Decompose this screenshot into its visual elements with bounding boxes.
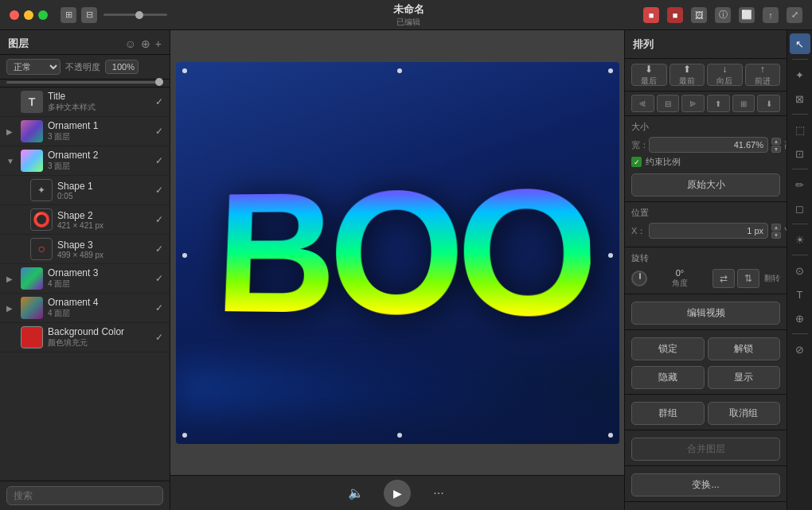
canvas-frame[interactable]: BOO [170, 30, 624, 475]
settings-tool-button[interactable]: ⊘ [790, 339, 810, 360]
expand-icon[interactable]: ▶ [6, 274, 16, 283]
width-input[interactable] [649, 137, 768, 153]
expand-icon[interactable]: ▼ [6, 157, 16, 165]
arrange-panel-title: 排列 [633, 38, 654, 50]
volume-button[interactable]: 🔈 [344, 481, 368, 505]
hide-button[interactable]: 隐藏 [631, 366, 705, 389]
transform-button[interactable]: 变换... [631, 473, 780, 496]
rotation-dial[interactable] [631, 271, 647, 286]
blend-mode-select[interactable]: 正常 [6, 59, 61, 75]
minimize-button[interactable] [24, 10, 33, 20]
crop-tool-button[interactable]: ⊡ [790, 143, 810, 164]
layer-info: Title 多种文本样式 [48, 91, 150, 113]
hide-show-row: 隐藏 显示 [631, 364, 780, 389]
color-icon[interactable]: ■ [643, 7, 659, 23]
arrange-forward-button[interactable]: ↑ 前进 [745, 64, 781, 86]
layer-visibility[interactable]: ✓ [155, 243, 163, 255]
layer-visibility[interactable]: ✓ [155, 126, 163, 137]
opacity-track[interactable] [6, 81, 163, 84]
align-center-v-button[interactable]: ⊞ [732, 95, 755, 112]
pen-tool-button[interactable]: ✏ [790, 174, 810, 195]
layer-ornament1[interactable]: ▶ Ornament 1 3 面层 ✓ [0, 117, 170, 146]
layer-shape3[interactable]: ○ Shape 3 499 × 489 px ✓ [0, 235, 170, 264]
arrange-front-button[interactable]: ⬆ 最前 [670, 64, 705, 86]
align-left-button[interactable]: ⫷ [631, 95, 654, 112]
sidebar-toggle-button[interactable]: ⊞ [61, 7, 76, 23]
layout-button[interactable]: ⊟ [81, 7, 97, 23]
cursor-tool-button[interactable]: ↖ [790, 33, 810, 54]
align-bottom-button[interactable]: ⬇ [757, 95, 780, 112]
layer-visibility[interactable]: ✓ [155, 273, 163, 284]
add-tool-button[interactable]: ✦ [790, 64, 810, 85]
media-icon[interactable]: 🖼 [691, 7, 707, 23]
more-button[interactable]: ··· [427, 481, 451, 505]
share-icon[interactable]: ↑ [763, 7, 779, 23]
x-input[interactable] [649, 223, 768, 239]
x-down-button[interactable]: ▼ [771, 232, 781, 239]
search-input[interactable] [6, 486, 163, 505]
width-up-button[interactable]: ▲ [771, 138, 781, 145]
width-down-button[interactable]: ▼ [771, 146, 781, 153]
info-icon[interactable]: ⓘ [715, 7, 731, 23]
brightness-tool-button[interactable]: ☀ [790, 229, 810, 250]
aspect-lock-checkbox[interactable]: ✓ [631, 157, 642, 167]
layer-ornament2[interactable]: ▼ Ornament 2 3 面层 ✓ [0, 146, 170, 176]
filter-tool-button[interactable]: ⊠ [790, 88, 810, 109]
layer-bgcolor[interactable]: Background Color 颜色填充元 ✓ [0, 323, 170, 352]
align-right-button[interactable]: ⫸ [681, 95, 705, 112]
color-pick-tool-button[interactable]: ⊙ [790, 260, 810, 281]
group-button[interactable]: 群组 [631, 402, 705, 425]
close-button[interactable] [10, 10, 19, 20]
layer-shape1[interactable]: ✦ Shape 1 0:05 ✓ [0, 176, 170, 205]
blend-opacity-row: 正常 不透明度 [0, 55, 170, 80]
zoom-slider[interactable] [103, 14, 167, 16]
ungroup-button[interactable]: 取消组 [708, 402, 781, 425]
layer-ornament3[interactable]: ▶ Ornament 3 4 面层 ✓ [0, 264, 170, 294]
canvas-area: BOO 🔈 ▶ ··· [170, 30, 624, 510]
lock-button[interactable]: 锁定 [631, 337, 705, 360]
align-center-h-button[interactable]: ⊟ [657, 95, 680, 112]
layer-visibility[interactable]: ✓ [155, 302, 163, 313]
layer-visibility[interactable]: ✓ [155, 96, 163, 107]
export-icon[interactable]: ⬜ [739, 7, 755, 23]
layer-visibility[interactable]: ✓ [155, 185, 163, 196]
eraser-tool-button[interactable]: ◻ [790, 198, 810, 219]
layer-title[interactable]: T Title 多种文本样式 ✓ [0, 88, 170, 117]
opacity-input[interactable] [105, 60, 139, 74]
arrange-back-button[interactable]: ⬇ 最后 [631, 64, 667, 86]
arrange-backward-button[interactable]: ↓ 向后 [707, 64, 743, 86]
expand-icon[interactable]: ▶ [6, 127, 16, 136]
original-size-button[interactable]: 原始大小 [631, 173, 780, 197]
text-tool-button[interactable]: T [790, 284, 810, 305]
x-stepper: ▲ ▼ [771, 224, 781, 239]
edit-video-button[interactable]: 编辑视频 [631, 302, 780, 325]
layer-visibility[interactable]: ✓ [155, 214, 163, 225]
unlock-button[interactable]: 解锁 [708, 337, 781, 360]
flip-h-button[interactable]: ⇄ [712, 269, 735, 288]
layer-visibility[interactable]: ✓ [155, 332, 163, 343]
group-ungroup-row: 群组 取消组 [631, 399, 780, 425]
layer-shape2[interactable]: ⭕ Shape 2 421 × 421 px ✓ [0, 205, 170, 235]
opacity-thumb[interactable] [155, 78, 163, 86]
add-layer-icon[interactable]: + [155, 37, 162, 50]
tool-sidebar: ↖ ✦ ⊠ ⬚ ⊡ ✏ ◻ ☀ ⊙ T ⊕ ⊘ [787, 30, 812, 510]
x-up-button[interactable]: ▲ [771, 224, 781, 231]
mask-tool-button[interactable]: ⬚ [790, 119, 810, 140]
merge-section: 合并图层 [625, 430, 787, 466]
align-top-button[interactable]: ⬆ [707, 95, 730, 112]
layer-ornament4[interactable]: ▶ Ornament 4 4 面层 ✓ [0, 294, 170, 323]
bg-icon[interactable]: ■ [667, 7, 683, 23]
layer-thumbnail [21, 297, 43, 319]
layer-visibility[interactable]: ✓ [155, 155, 163, 166]
flip-v-button[interactable]: ⇅ [737, 269, 759, 288]
fullscreen-button[interactable] [38, 10, 48, 20]
fullscreen-icon[interactable]: ⤢ [787, 7, 802, 23]
layers-icon[interactable]: ⊕ [141, 37, 150, 50]
show-button[interactable]: 显示 [708, 366, 781, 389]
expand-icon[interactable]: ▶ [6, 304, 16, 313]
zoom-tool-button[interactable]: ⊕ [790, 308, 810, 329]
merge-button[interactable]: 合并图层 [631, 438, 780, 461]
angle-label: 角度 [672, 278, 688, 289]
play-button[interactable]: ▶ [384, 480, 411, 507]
smiley-icon[interactable]: ☺ [125, 37, 136, 50]
